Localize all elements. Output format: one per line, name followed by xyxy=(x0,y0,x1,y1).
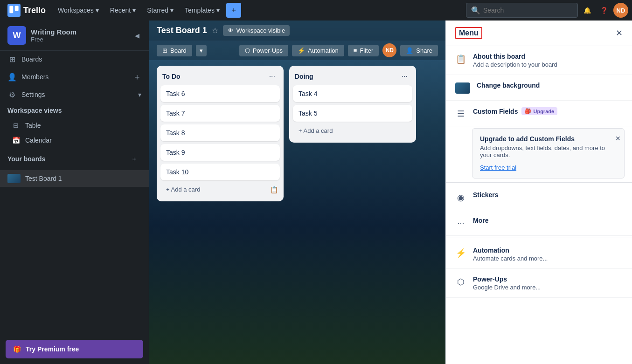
filter-button[interactable]: ≡ Filter xyxy=(348,45,379,56)
board-lists: To Do ··· Task 6 Task 7 Task 8 Task 9 Ta… xyxy=(149,60,445,364)
menu-item-stickers[interactable]: ◉ Stickers xyxy=(446,185,632,210)
list-template-icon: 📋 xyxy=(270,186,278,193)
settings-icon: ⚙ xyxy=(7,90,17,99)
list-doing-header: Doing ··· xyxy=(293,71,412,85)
menu-item-more[interactable]: ··· More xyxy=(446,210,632,236)
menu-item-custom-fields[interactable]: ☰ Custom Fields 🎒 Upgrade xyxy=(446,101,632,126)
menu-item-about[interactable]: 📋 About this board Add a description to … xyxy=(446,46,632,75)
top-navigation: Trello Workspaces ▾ Recent ▾ Starred ▾ T… xyxy=(0,0,632,21)
add-card-doing-button[interactable]: + Add a card xyxy=(295,124,410,137)
board-view-button[interactable]: ⊞ Board xyxy=(157,45,192,56)
list-doing-footer: + Add a card xyxy=(293,124,412,137)
search-bar[interactable]: 🔍 xyxy=(466,3,578,18)
power-ups-menu-desc: Google Drive and more... xyxy=(473,284,623,291)
power-ups-button[interactable]: ⬡ Power-Ups xyxy=(239,45,288,56)
filter-label: Filter xyxy=(360,47,373,54)
workspaces-menu[interactable]: Workspaces ▾ xyxy=(53,5,104,16)
logo[interactable]: Trello xyxy=(4,2,49,19)
sidebar-item-test-board-1[interactable]: Test Board 1 xyxy=(0,170,149,187)
board-user-avatar[interactable]: ND xyxy=(382,43,396,57)
automation-menu-icon: ⚡ xyxy=(455,247,466,259)
list-todo-menu-button[interactable]: ··· xyxy=(266,71,278,82)
sidebar-item-calendar[interactable]: 📅 Calendar xyxy=(0,133,149,148)
board-title: Test Board 1 xyxy=(157,26,207,35)
board-view-icon: ⊞ xyxy=(162,47,167,54)
sidebar-item-members[interactable]: 👤 Members ＋ xyxy=(0,68,149,86)
workspaces-chevron-icon: ▾ xyxy=(96,7,99,14)
power-ups-menu-icon: ⬡ xyxy=(455,276,466,288)
bell-icon: 🔔 xyxy=(583,7,591,14)
add-board-button[interactable]: ＋ xyxy=(126,151,141,166)
recent-menu[interactable]: Recent ▾ xyxy=(105,5,140,16)
board-star-button[interactable]: ☆ xyxy=(212,26,218,35)
help-button[interactable]: ❓ xyxy=(597,3,611,18)
list-todo-footer: + Add a card 📋 xyxy=(160,183,280,196)
sidebar-collapse-button[interactable]: ◀ xyxy=(133,30,141,41)
user-avatar[interactable]: ND xyxy=(613,3,628,18)
callout-close-button[interactable]: ✕ xyxy=(615,135,621,142)
panel-close-button[interactable]: ✕ xyxy=(616,28,623,38)
workspace-name: Writing Room xyxy=(31,28,128,36)
templates-menu[interactable]: Templates ▾ xyxy=(180,5,224,16)
menu-item-automation[interactable]: ⚡ Automation Automate cards and more... xyxy=(446,240,632,269)
stickers-title: Stickers xyxy=(473,191,623,199)
workspace-info: Writing Room Free xyxy=(31,28,128,43)
try-premium-button[interactable]: 🎁 Try Premium free xyxy=(6,340,143,358)
members-icon: 👤 xyxy=(7,72,17,82)
card-task5[interactable]: Task 5 xyxy=(293,105,412,122)
callout-desc: Add dropdowns, text fields, dates, and m… xyxy=(480,144,617,158)
add-card-doing-label: + Add a card xyxy=(299,127,333,134)
card-task6[interactable]: Task 6 xyxy=(160,85,280,102)
card-task9[interactable]: Task 9 xyxy=(160,144,280,161)
visibility-button[interactable]: 👁 Workspace visible xyxy=(223,25,290,36)
automation-icon: ⚡ xyxy=(298,47,305,54)
search-icon: 🔍 xyxy=(471,6,480,15)
search-input[interactable] xyxy=(483,7,573,14)
callout-title: Upgrade to add Custom Fields xyxy=(480,135,617,143)
power-ups-icon: ⬡ xyxy=(245,47,250,54)
sidebar-item-table[interactable]: ⊟ Table xyxy=(0,118,149,133)
list-doing-menu-button[interactable]: ··· xyxy=(399,71,410,82)
workspace-views-header: Workspace views xyxy=(0,103,149,118)
view-dropdown-button[interactable]: ▾ xyxy=(196,45,207,56)
stickers-content: Stickers xyxy=(473,191,623,199)
more-content: More xyxy=(473,217,623,224)
notifications-button[interactable]: 🔔 xyxy=(580,3,595,18)
help-icon: ❓ xyxy=(600,7,608,14)
workspace-views-label: Workspace views xyxy=(7,107,62,114)
power-ups-label: Power-Ups xyxy=(253,47,283,54)
sidebar-item-settings[interactable]: ⚙ Settings ▾ xyxy=(0,86,149,103)
automation-button[interactable]: ⚡ Automation xyxy=(292,45,344,56)
add-card-todo-button[interactable]: + Add a card xyxy=(162,183,270,196)
automation-menu-title: Automation xyxy=(473,247,623,254)
add-member-icon[interactable]: ＋ xyxy=(133,71,141,82)
starred-menu[interactable]: Starred ▾ xyxy=(142,5,178,16)
visibility-label: Workspace visible xyxy=(236,27,285,34)
card-task7[interactable]: Task 7 xyxy=(160,105,280,122)
share-button[interactable]: 👤 Share xyxy=(400,45,438,56)
recent-label: Recent xyxy=(110,7,131,14)
create-button[interactable]: ＋ xyxy=(226,3,241,18)
members-label: Members xyxy=(21,73,128,81)
workspace-avatar: W xyxy=(7,26,26,45)
card-task4[interactable]: Task 4 xyxy=(293,85,412,102)
workspaces-label: Workspaces xyxy=(58,7,94,14)
more-title: More xyxy=(473,217,623,224)
list-doing: Doing ··· Task 4 Task 5 + Add a card xyxy=(289,66,416,143)
automation-label: Automation xyxy=(308,47,339,54)
svg-rect-1 xyxy=(9,6,13,13)
callout-link[interactable]: Start free trial xyxy=(480,164,516,171)
templates-label: Templates xyxy=(185,7,215,14)
workspace-header: W Writing Room Free ◀ xyxy=(0,21,149,51)
boards-icon: ⊞ xyxy=(7,55,17,64)
sidebar-bottom: 🎁 Try Premium free xyxy=(0,334,149,364)
card-task10[interactable]: Task 10 xyxy=(160,164,280,180)
card-task8[interactable]: Task 8 xyxy=(160,124,280,141)
premium-icon: 🎁 xyxy=(13,345,21,353)
menu-item-power-ups[interactable]: ⬡ Power-Ups Google Drive and more... xyxy=(446,269,632,298)
panel-header: Menu ✕ xyxy=(446,21,632,46)
menu-item-change-bg[interactable]: Change background xyxy=(446,75,632,101)
automation-menu-desc: Automate cards and more... xyxy=(473,255,623,262)
sidebar-item-boards[interactable]: ⊞ Boards xyxy=(0,51,149,68)
about-icon: 📋 xyxy=(455,54,466,65)
